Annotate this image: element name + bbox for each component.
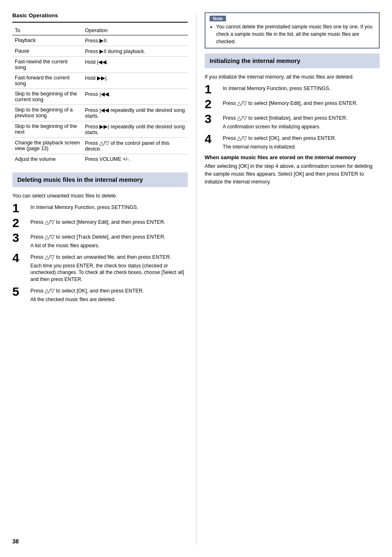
delete-steps: 1In Internal Memory Function, press SETT… [12,204,188,303]
step-content: Press △/▽ to select [Initialize], and th… [223,114,380,130]
step-main-text: Press △/▽ to select [Initialize], and th… [223,114,380,122]
step-item: 4Press △/▽ to select an unwanted file, a… [12,253,188,283]
table-row: Fast-forward the current songHold ▶▶|. [12,73,188,89]
table-cell-op: Press ▶II. [83,35,188,46]
step-note-text: A confirmation screen for initializing a… [223,123,380,130]
step-main-text: In Internal Memory Function, press SETTI… [223,85,380,93]
step-item: 1In Internal Memory Function, press SETT… [205,85,380,95]
table-row: Change the playback screen view (page 13… [12,138,188,154]
basic-operations-title: Basic Operations [12,12,188,19]
table-cell-to: Fast-forward the current song [12,73,83,89]
step-content: Press △/▽ to select [OK], and then press… [223,135,380,151]
step-number: 1 [205,83,219,95]
table-cell-op: Hold |◀◀. [83,57,188,73]
step-number: 3 [205,113,219,125]
table-cell-to: Skip to the beginning of the current son… [12,89,83,105]
step-item: 1In Internal Memory Function, press SETT… [12,204,188,214]
step-content: Press △/▽ to select [OK], and then press… [30,287,188,303]
step-note-text: A list of the music files appears. [30,242,188,249]
table-row: Fast-rewind the current songHold |◀◀. [12,57,188,73]
step-item: 3Press △/▽ to select [Initialize], and t… [205,114,380,130]
init-section-title: Initializing the internal memory [210,57,375,65]
operations-table: To Operation PlaybackPress ▶II.PausePres… [12,26,188,164]
step-main-text: Press △/▽ to select [Track Delete], and … [30,233,188,241]
init-steps: 1In Internal Memory Function, press SETT… [205,85,380,150]
step-main-text: In Internal Memory Function, press SETTI… [30,204,188,211]
step-number: 5 [12,285,27,298]
delete-section-box: Deleting music files in the internal mem… [12,172,188,187]
table-row: Skip to the beginning of the current son… [12,89,188,105]
table-row: Adjust the volumePress VOLUME +/-. [12,154,188,165]
table-cell-to: Skip to the beginning of a previous song [12,105,83,121]
step-main-text: Press △/▽ to select [Memory Edit], and t… [30,218,188,226]
left-column: Basic Operations To Operation PlaybackPr… [12,12,196,545]
delete-intro: You can select unwanted music files to d… [12,192,188,200]
note-box: Note You cannot delete the preinstalled … [205,12,380,49]
subsection-title: When sample music files are stored on th… [205,154,380,160]
step-content: Press △/▽ to select [Memory Edit], and t… [223,100,380,107]
note-content: You cannot delete the preinstalled sampl… [210,23,375,45]
step-number: 4 [12,252,27,264]
step-item: 2Press △/▽ to select [Memory Edit], and … [12,218,188,229]
step-item: 2Press △/▽ to select [Memory Edit], and … [205,100,380,110]
step-content: Press △/▽ to select [Memory Edit], and t… [30,218,188,226]
table-cell-op: Press ▶▶| repeatedly until the desired s… [83,121,188,138]
table-cell-op: Press △/▽ of the control panel of this d… [83,138,188,154]
table-cell-to: Fast-rewind the current song [12,57,83,73]
step-number: 1 [12,202,27,214]
table-cell-op: Press ▶II during playback. [83,46,188,57]
subsection: When sample music files are stored on th… [205,154,380,186]
col-operation: Operation [83,26,188,35]
init-intro: If you initialize the internal memory, a… [205,73,380,81]
step-main-text: Press △/▽ to select [Memory Edit], and t… [223,100,380,107]
step-number: 2 [205,98,219,110]
step-note-text: All the checked music files are deleted. [30,296,188,303]
col-to: To [12,26,83,35]
table-cell-op: Press VOLUME +/-. [83,154,188,165]
table-cell-op: Hold ▶▶|. [83,73,188,89]
table-row: PausePress ▶II during playback. [12,46,188,57]
delete-section-title: Deleting music files in the internal mem… [17,176,183,184]
table-cell-to: Adjust the volume [12,154,83,165]
table-cell-op: Press |◀◀. [83,89,188,105]
step-main-text: Press △/▽ to select [OK], and then press… [30,287,188,295]
step-item: 3Press △/▽ to select [Track Delete], and… [12,233,188,249]
step-main-text: Press △/▽ to select an unwanted file, an… [30,253,188,261]
step-number: 2 [12,217,27,229]
step-note-text: The internal memory is initialized. [223,144,380,151]
table-row: PlaybackPress ▶II. [12,35,188,46]
table-cell-to: Pause [12,46,83,57]
step-item: 5Press △/▽ to select [OK], and then pres… [12,287,188,303]
page-number: 38 [12,538,19,545]
table-row: Skip to the beginning of a previous song… [12,105,188,121]
table-row: Skip to the beginning of the nextPress ▶… [12,121,188,138]
init-section-box: Initializing the internal memory [205,53,380,68]
basic-operations-section: Basic Operations To Operation PlaybackPr… [12,12,188,164]
step-content: In Internal Memory Function, press SETTI… [30,204,188,211]
step-item: 4Press △/▽ to select [OK], and then pres… [205,135,380,151]
table-cell-op: Press |◀◀ repeatedly until the desired s… [83,105,188,121]
step-content: Press △/▽ to select [Track Delete], and … [30,233,188,249]
note-label: Note [210,16,226,21]
step-number: 3 [12,232,27,244]
init-section: Initializing the internal memory If you … [205,53,380,186]
table-cell-to: Skip to the beginning of the next [12,121,83,138]
subsection-text: After selecting [OK] in the step 4 above… [205,162,380,186]
step-main-text: Press △/▽ to select [OK], and then press… [223,135,380,142]
table-cell-to: Playback [12,35,83,46]
table-cell-to: Change the playback screen view (page 13… [12,138,83,154]
step-content: In Internal Memory Function, press SETTI… [223,85,380,93]
step-number: 4 [205,133,219,145]
note-bullet: You cannot delete the preinstalled sampl… [216,23,375,45]
right-column: Note You cannot delete the preinstalled … [196,12,380,545]
step-note-text: Each time you press ENTER, the check box… [30,262,188,283]
delete-section: Deleting music files in the internal mem… [12,172,188,303]
step-content: Press △/▽ to select an unwanted file, an… [30,253,188,283]
